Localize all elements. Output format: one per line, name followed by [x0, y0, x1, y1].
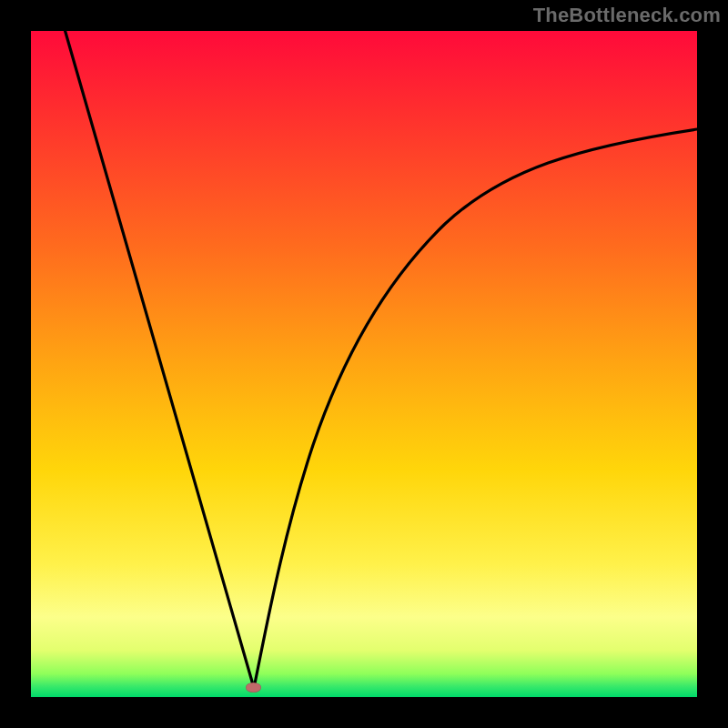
minimum-marker [246, 682, 261, 693]
curve-right-branch [254, 129, 697, 688]
bottleneck-curve [31, 31, 697, 697]
plot-area [31, 31, 697, 697]
curve-left-branch [65, 29, 254, 688]
watermark-text: TheBottleneck.com [533, 4, 721, 27]
chart-frame: TheBottleneck.com [0, 0, 728, 728]
